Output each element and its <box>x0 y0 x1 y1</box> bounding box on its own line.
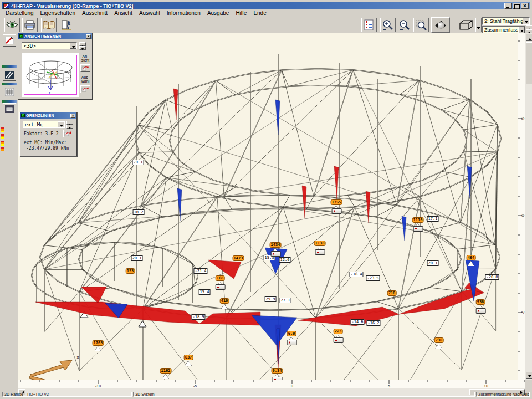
cube-3d-icon <box>457 19 474 30</box>
menu-item[interactable]: Ausschnitt <box>79 10 111 16</box>
spinner-up-icon[interactable] <box>526 25 532 29</box>
node-number-label: 1355 <box>331 200 342 205</box>
section-tool-button[interactable] <box>3 103 16 115</box>
component-spinner[interactable] <box>66 121 73 129</box>
status-field: 3D-System <box>133 392 475 397</box>
menu-item[interactable]: Ausgabe <box>204 10 232 16</box>
view-3d-box-button[interactable] <box>456 18 475 32</box>
chevron-down-icon[interactable] <box>518 27 525 33</box>
chevron-down-icon[interactable] <box>523 18 529 24</box>
loadcase-list-icon <box>364 19 375 30</box>
horizontal-ruler: -10-50510 <box>18 380 525 388</box>
print-button[interactable] <box>22 18 38 32</box>
close-button[interactable] <box>521 3 529 9</box>
preview-eye-button[interactable] <box>4 18 20 32</box>
menu-item[interactable]: Darstellung <box>2 10 37 16</box>
result-combo-value: Zusammenfassung <box>483 27 518 33</box>
node-number-label: 938 <box>476 299 485 305</box>
spinner-down-icon[interactable] <box>526 29 532 33</box>
moment-value-label: -9.1 <box>132 160 144 165</box>
moment-value-label: 18.2 <box>133 209 145 215</box>
result-combo[interactable]: Zusammenfassung <box>482 26 525 34</box>
grenzlinien-panel: GRENZLINIEN × ext Mç Faktor: 3.E-2 ext M… <box>19 112 77 156</box>
spinner-up-icon[interactable] <box>79 42 86 46</box>
exit-button[interactable] <box>59 18 74 32</box>
minimize-button[interactable] <box>504 3 512 9</box>
zoom-window-button[interactable] <box>413 18 429 32</box>
palette-caption[interactable] <box>2 100 17 103</box>
hatch-tool-button[interactable] <box>3 69 16 81</box>
pan-control[interactable] <box>431 17 450 33</box>
apply-selection-button[interactable] <box>80 85 90 93</box>
view-combo[interactable]: <3D> <box>22 42 77 49</box>
viewport-3d[interactable]: x y -9.118.220.1-21.415.4-18.915.312.629… <box>18 33 518 380</box>
chevron-down-icon[interactable] <box>58 121 64 127</box>
moment-value-label: -23.5 <box>366 275 380 281</box>
menu-item[interactable]: Auswahl <box>136 10 163 16</box>
spinner-down-icon[interactable] <box>79 46 86 50</box>
loadcase-list-button[interactable] <box>361 18 377 32</box>
view-spinner[interactable] <box>79 42 86 50</box>
pan-left-icon[interactable] <box>433 23 438 28</box>
menu-item[interactable]: Ansicht <box>111 10 136 16</box>
view-3d-dropdown-button[interactable] <box>475 18 482 32</box>
node-number-label: 223 <box>334 329 343 334</box>
result-component-combo[interactable]: ext Mç <box>23 121 65 128</box>
moment-value-label: -14.6 <box>350 319 364 325</box>
menu-item[interactable]: Informationen <box>163 10 204 16</box>
scroll-down-button[interactable] <box>526 372 532 379</box>
result-spinner[interactable] <box>526 25 532 33</box>
analysis-combo[interactable]: 2: Stahl Tragfähigkeit (Th. 2. O <box>482 17 530 25</box>
close-icon[interactable]: × <box>70 114 75 118</box>
zoom-out-button[interactable] <box>397 18 412 32</box>
panel-icon <box>21 114 25 117</box>
ansicht-panel-titlebar[interactable]: ANSICHT/EBENEN × <box>18 33 92 39</box>
palette-caption[interactable] <box>2 65 17 68</box>
hatch-icon <box>5 71 14 79</box>
marker-pen-icon <box>5 37 14 44</box>
help-book-button[interactable] <box>41 18 57 32</box>
color-strip <box>1 127 4 151</box>
moment-value-label: 27.1 <box>280 298 291 303</box>
chevron-down-icon <box>477 19 480 30</box>
chevron-down-icon[interactable] <box>70 43 76 49</box>
spinner-down-icon[interactable] <box>66 125 73 129</box>
app-icon <box>3 3 9 9</box>
scroll-up-button[interactable] <box>526 34 532 41</box>
node-number-label: 1434 <box>270 242 282 248</box>
result-component-value: ext Mç <box>23 122 58 127</box>
analysis-combo-value: 2: Stahl Tragfähigkeit (Th. 2. O <box>483 18 523 24</box>
ruler-label: 5 <box>388 384 390 388</box>
palette-caption[interactable] <box>2 83 17 85</box>
redline-tool-button[interactable] <box>3 34 16 47</box>
node-number-label: 730 <box>434 337 444 343</box>
node-number-label: 153 <box>126 268 135 274</box>
node-number-label: 1116 <box>412 217 424 223</box>
vertical-scroll-thumb[interactable] <box>526 42 532 84</box>
spinner-up-icon[interactable] <box>66 121 73 125</box>
grenzlinien-panel-titlebar[interactable]: GRENZLINIEN × <box>20 112 76 119</box>
apply-arrow-icon <box>81 86 89 92</box>
view-combo-value: <3D> <box>22 43 70 49</box>
grid-tool-button[interactable] <box>3 86 16 98</box>
pan-ball[interactable] <box>438 22 444 29</box>
maximize-button[interactable] <box>513 3 520 9</box>
zoom-in-button[interactable] <box>380 18 396 32</box>
apply-faktor-button[interactable] <box>63 130 73 137</box>
node-number-label: 1162 <box>160 368 172 374</box>
vertical-scrollbar[interactable] <box>525 33 532 380</box>
apply-view-button[interactable] <box>80 64 90 72</box>
ansicht-label: An-sicht <box>78 54 93 62</box>
menu-item[interactable]: Hilfe <box>232 10 250 16</box>
menu-bar: DarstellungEigenschaftenAusschnittAnsich… <box>2 9 530 17</box>
moment-value-label: -18.9 <box>191 314 205 320</box>
menu-item[interactable]: Eigenschaften <box>37 10 79 16</box>
node-number-label: 168 <box>216 275 225 281</box>
close-icon[interactable]: × <box>86 34 91 39</box>
menu-item[interactable]: Ende <box>250 10 269 16</box>
view-thumbnail[interactable]: z <box>22 53 79 97</box>
status-field: Zusammenfassung Nachweis <box>476 392 530 397</box>
left-tool-strip <box>1 33 18 377</box>
moment-value-label: -21.4 <box>193 268 207 274</box>
book-icon <box>43 21 55 30</box>
